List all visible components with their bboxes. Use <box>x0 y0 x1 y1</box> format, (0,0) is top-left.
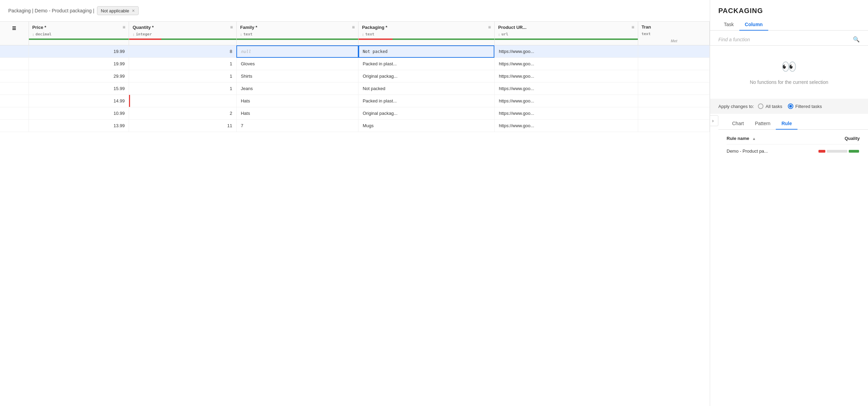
progress-red <box>129 39 161 40</box>
cell-tran <box>638 45 709 58</box>
cell-product-url: https://www.goo... <box>494 45 638 58</box>
table-wrapper: ☰ Price * ≡ ↕ decimal <box>0 22 710 406</box>
col-qty-sort-icon[interactable]: ↕ <box>132 32 135 36</box>
radio-group: All tasks Filtered tasks <box>758 103 822 109</box>
col-tran-met: Met <box>638 38 709 45</box>
row-selector[interactable] <box>0 45 29 58</box>
sub-tab-rule[interactable]: Rule <box>776 118 797 130</box>
cell-packaging: Mugs <box>358 120 495 132</box>
table-row[interactable]: 29.99 1 Shirts Original packag... https:… <box>0 70 710 83</box>
progress-green <box>29 39 129 40</box>
panel-title: PACKAGING <box>710 0 868 19</box>
radio-all-tasks[interactable]: All tasks <box>758 103 782 109</box>
col-qty[interactable]: Quantity * ≡ ↕ integer <box>129 22 237 45</box>
col-qty-type: integer <box>136 32 152 36</box>
cell-qty <box>129 95 237 107</box>
col-price-type: decimal <box>35 32 51 36</box>
col-packaging-name: Packaging * <box>362 25 387 30</box>
progress-green <box>495 39 638 40</box>
col-tran[interactable]: Tran text Met <box>638 22 709 45</box>
hamburger-icon: ☰ <box>12 26 16 31</box>
chevron-left-button[interactable]: › <box>710 115 718 126</box>
breadcrumb-badge[interactable]: Not applicable × <box>97 6 139 15</box>
col-price[interactable]: Price * ≡ ↕ decimal <box>29 22 129 45</box>
panel-search: 🔍 <box>710 31 868 46</box>
panel-empty: 👀 No functions for the current selection <box>710 46 868 99</box>
col-product-url-menu-icon[interactable]: ≡ <box>631 24 634 30</box>
table-row[interactable]: 13.99 11 7 Mugs https://www.goo... <box>0 120 710 132</box>
table-row[interactable]: 19.99 8 null Not packed https://www.goo.… <box>0 45 710 58</box>
col-qty-progress <box>129 39 236 40</box>
radio-filtered-tasks[interactable]: Filtered tasks <box>788 103 822 109</box>
col-family-type: text <box>243 32 253 36</box>
table-row[interactable]: 15.99 1 Jeans Not packed https://www.goo… <box>0 83 710 95</box>
row-selector[interactable] <box>0 83 29 95</box>
cell-price: 10.99 <box>29 107 129 120</box>
cell-tran <box>638 70 709 83</box>
col-qty-name: Quantity * <box>132 25 153 30</box>
col-qty-menu-icon[interactable]: ≡ <box>230 24 233 30</box>
table-row[interactable]: 14.99 Hats Packed in plast... https://ww… <box>0 95 710 107</box>
col-product-url[interactable]: Product UR... ≡ ↕ url <box>494 22 638 45</box>
col-price-sort-icon[interactable]: ↕ <box>32 32 34 36</box>
col-price-menu-icon[interactable]: ≡ <box>122 24 125 30</box>
rule-name-header: Rule name ▲ <box>727 135 756 141</box>
cell-price: 29.99 <box>29 70 129 83</box>
search-input[interactable] <box>718 37 850 42</box>
cell-product-url: https://www.goo... <box>494 70 638 83</box>
cell-packaging: Original packag... <box>358 70 495 83</box>
radio-filtered-tasks-circle <box>788 103 793 109</box>
cell-packaging: Not packed <box>358 45 495 58</box>
col-packaging-progress <box>358 39 494 40</box>
cell-qty: 1 <box>129 58 237 70</box>
col-family-progress <box>237 39 358 40</box>
col-packaging-sort-icon[interactable]: ↕ <box>362 32 364 36</box>
rule-name-sort-icon[interactable]: ▲ <box>752 136 756 141</box>
cell-tran <box>638 83 709 95</box>
row-selector[interactable] <box>0 120 29 132</box>
cell-family: 7 <box>236 120 358 132</box>
rule-quality-col-label: Quality <box>845 136 860 141</box>
col-product-url-sort-icon[interactable]: ↕ <box>498 32 500 36</box>
col-family[interactable]: Family * ≡ ↕ text <box>236 22 358 45</box>
col-family-sort-icon[interactable]: ↕ <box>240 32 242 36</box>
quality-seg-red <box>818 150 825 153</box>
data-table: ☰ Price * ≡ ↕ decimal <box>0 22 710 132</box>
col-packaging-menu-icon[interactable]: ≡ <box>488 24 491 30</box>
col-family-name: Family * <box>240 25 257 30</box>
progress-green <box>237 39 358 40</box>
breadcrumb-text: Packaging | Demo - Product packaging | <box>8 8 94 13</box>
hamburger-col[interactable]: ☰ <box>0 22 29 45</box>
tab-column[interactable]: Column <box>739 19 768 31</box>
cell-family: null <box>236 45 358 58</box>
tab-task[interactable]: Task <box>718 19 739 31</box>
quality-seg-green <box>849 150 859 153</box>
close-icon[interactable]: × <box>132 8 135 13</box>
radio-filtered-tasks-label: Filtered tasks <box>795 104 822 109</box>
radio-all-tasks-circle <box>758 103 763 109</box>
col-family-menu-icon[interactable]: ≡ <box>352 24 355 30</box>
row-selector[interactable] <box>0 95 29 107</box>
panel-empty-text: No functions for the current selection <box>750 79 828 85</box>
cell-qty: 1 <box>129 70 237 83</box>
col-packaging[interactable]: Packaging * ≡ ↕ text <box>358 22 495 45</box>
row-selector[interactable] <box>0 70 29 83</box>
cell-price: 15.99 <box>29 83 129 95</box>
rule-name-col-label: Rule name <box>727 136 749 141</box>
sub-tab-chart[interactable]: Chart <box>727 118 749 130</box>
cell-tran <box>638 95 709 107</box>
col-tran-type: text <box>642 32 651 36</box>
main-area: Packaging | Demo - Product packaging | N… <box>0 0 710 406</box>
row-selector[interactable] <box>0 107 29 120</box>
apply-changes-bar: Apply changes to: All tasks Filtered tas… <box>710 99 868 114</box>
table-row[interactable]: 10.99 2 Hats Original packag... https://… <box>0 107 710 120</box>
cell-qty: 8 <box>129 45 237 58</box>
rule-row[interactable]: Demo - Product pa... <box>727 144 860 158</box>
cell-tran <box>638 58 709 70</box>
sub-tab-pattern[interactable]: Pattern <box>749 118 776 130</box>
cell-family: Jeans <box>236 83 358 95</box>
table-row[interactable]: 19.99 1 Gloves Packed in plast... https:… <box>0 58 710 70</box>
rule-name-cell: Demo - Product pa... <box>727 149 818 154</box>
rule-header: Rule name ▲ Quality <box>727 135 860 144</box>
row-selector[interactable] <box>0 58 29 70</box>
